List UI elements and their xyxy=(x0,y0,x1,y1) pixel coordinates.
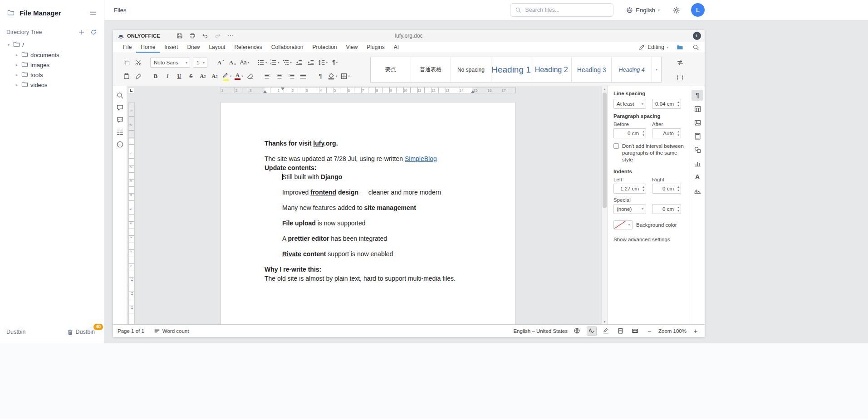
signature-settings-tab[interactable] xyxy=(691,185,703,196)
special-indent-select[interactable]: (none)▾ xyxy=(613,204,646,214)
chart-settings-tab[interactable] xyxy=(691,158,703,169)
scroll-down-arrow[interactable]: ▼ xyxy=(602,319,608,324)
borders-button[interactable]: ▾ xyxy=(339,71,351,82)
strikethrough-button[interactable]: S xyxy=(186,71,196,82)
spinner-arrows[interactable]: ▲▼ xyxy=(642,185,645,192)
show-advanced-settings-link[interactable]: Show advanced settings xyxy=(613,237,670,242)
image-settings-tab[interactable] xyxy=(691,117,703,128)
print-button[interactable] xyxy=(189,33,196,39)
align-left-button[interactable] xyxy=(262,71,273,82)
redo-button[interactable] xyxy=(215,33,221,39)
document-language-selector[interactable]: English – United States xyxy=(513,328,568,334)
copy-style-button[interactable] xyxy=(133,71,144,82)
zoom-out-button[interactable]: − xyxy=(645,327,654,335)
fit-width-button[interactable] xyxy=(630,326,640,336)
style-heading-1[interactable]: Heading 1 xyxy=(491,57,532,82)
special-indent-value-input[interactable]: 0 cm ▲▼ xyxy=(652,204,681,214)
increase-font-button[interactable]: A▲ xyxy=(216,57,226,68)
same-style-checkbox[interactable] xyxy=(613,143,619,149)
paragraph-settings-tab[interactable]: ¶ xyxy=(691,90,703,101)
line-spacing-button[interactable]: ▾ xyxy=(317,57,329,68)
tab-home[interactable]: Home xyxy=(136,42,160,53)
replace-button[interactable] xyxy=(675,57,686,68)
style-no-spacing[interactable]: No spacing xyxy=(451,57,491,82)
track-changes-button[interactable] xyxy=(601,326,611,336)
italic-button[interactable]: I xyxy=(162,71,173,82)
font-name-combo[interactable]: Noto Sans▾ xyxy=(150,58,190,68)
editing-mode-selector[interactable]: Editing ▾ xyxy=(638,44,668,51)
set-language-button[interactable] xyxy=(572,326,582,336)
comments-button[interactable] xyxy=(116,104,124,112)
first-line-indent-marker[interactable] xyxy=(281,88,284,90)
chat-button[interactable] xyxy=(116,116,124,124)
nonprinting-chars-button[interactable]: ¶ xyxy=(315,71,326,82)
line-spacing-value-input[interactable]: 0.04 cm ▲▼ xyxy=(652,99,681,109)
styles-gallery-expand-button[interactable]: ▾ xyxy=(652,57,661,82)
document-page[interactable]: Thanks for visit lufy.org.The site was u… xyxy=(221,102,515,324)
align-right-button[interactable] xyxy=(286,71,297,82)
paste-button[interactable] xyxy=(121,71,132,82)
about-button[interactable] xyxy=(116,141,124,148)
copy-button[interactable] xyxy=(121,57,132,68)
navigation-button[interactable] xyxy=(116,128,124,136)
multilevel-list-button[interactable]: ▾ xyxy=(281,57,293,68)
tab-draw[interactable]: Draw xyxy=(182,42,204,53)
spinner-arrows[interactable]: ▲▼ xyxy=(677,101,680,107)
bullet-list-button[interactable]: ▾ xyxy=(256,57,268,68)
tree-item-root[interactable]: ▾/ xyxy=(3,40,101,50)
highlight-color-button[interactable]: ▾ xyxy=(221,71,232,82)
spinner-arrows[interactable]: ▲▼ xyxy=(677,185,680,192)
page-indicator[interactable]: Page 1 of 1 xyxy=(118,328,144,334)
new-folder-button[interactable] xyxy=(78,28,86,36)
zoom-in-button[interactable]: + xyxy=(691,327,700,335)
settings-button[interactable] xyxy=(672,5,681,15)
zoom-level[interactable]: Zoom 100% xyxy=(658,328,687,334)
decrease-indent-button[interactable] xyxy=(294,57,304,68)
spinner-arrows[interactable]: ▲▼ xyxy=(642,130,645,136)
open-file-location-button[interactable] xyxy=(676,43,684,52)
shading-button[interactable]: ▾ xyxy=(327,71,338,82)
tab-stop-selector[interactable] xyxy=(128,87,134,93)
numbered-list-button[interactable]: 123▾ xyxy=(269,57,280,68)
tab-protection[interactable]: Protection xyxy=(308,42,342,53)
select-all-button[interactable] xyxy=(675,72,686,83)
tab-layout[interactable]: Layout xyxy=(204,42,230,53)
tree-item-tools[interactable]: ▸tools xyxy=(3,70,101,80)
table-settings-tab[interactable] xyxy=(691,103,703,114)
more-button[interactable] xyxy=(227,33,234,39)
word-count-button[interactable]: Word count xyxy=(154,328,189,334)
line-spacing-select[interactable]: At least▾ xyxy=(613,99,646,109)
tab-file[interactable]: File xyxy=(118,42,136,53)
tab-plugins[interactable]: Plugins xyxy=(362,42,389,53)
font-color-button[interactable]: A▾ xyxy=(233,71,244,82)
font-size-combo[interactable]: 13▾ xyxy=(193,58,207,68)
spinner-arrows[interactable]: ▲▼ xyxy=(677,206,680,212)
tab-view[interactable]: View xyxy=(342,42,363,53)
tab-references[interactable]: References xyxy=(230,42,266,53)
scrollbar-thumb[interactable] xyxy=(603,93,607,208)
editor-user-avatar[interactable]: L xyxy=(693,32,701,40)
fit-page-button[interactable] xyxy=(616,326,626,336)
find-replace-button[interactable] xyxy=(691,43,700,52)
subscript-button[interactable]: A2 xyxy=(209,71,220,82)
tab-collaboration[interactable]: Collaboration xyxy=(267,42,308,53)
underline-button[interactable]: U xyxy=(174,71,185,82)
superscript-button[interactable]: A2 xyxy=(197,71,208,82)
spacing-after-input[interactable]: Auto ▲▼ xyxy=(652,128,681,138)
align-justify-button[interactable] xyxy=(298,71,309,82)
textart-settings-tab[interactable]: A xyxy=(691,171,703,182)
undo-button[interactable] xyxy=(202,33,208,39)
save-button[interactable] xyxy=(177,33,183,39)
search-input[interactable] xyxy=(525,7,608,13)
bold-button[interactable]: B xyxy=(150,71,161,82)
clear-style-button[interactable] xyxy=(245,71,256,82)
indent-left-input[interactable]: 1.27 cm ▲▼ xyxy=(613,184,646,194)
style-cn-1[interactable]: 普通表格 xyxy=(411,57,451,82)
sidebar-collapse-button[interactable] xyxy=(88,8,98,17)
style-heading-4[interactable]: Heading 4 xyxy=(612,57,652,82)
decrease-font-button[interactable]: A▼ xyxy=(227,57,238,68)
paragraph-mark-button[interactable]: ¶▾ xyxy=(329,57,340,68)
scroll-up-arrow[interactable]: ▲ xyxy=(602,86,608,92)
find-button[interactable] xyxy=(116,92,124,99)
refresh-tree-button[interactable] xyxy=(89,28,98,36)
